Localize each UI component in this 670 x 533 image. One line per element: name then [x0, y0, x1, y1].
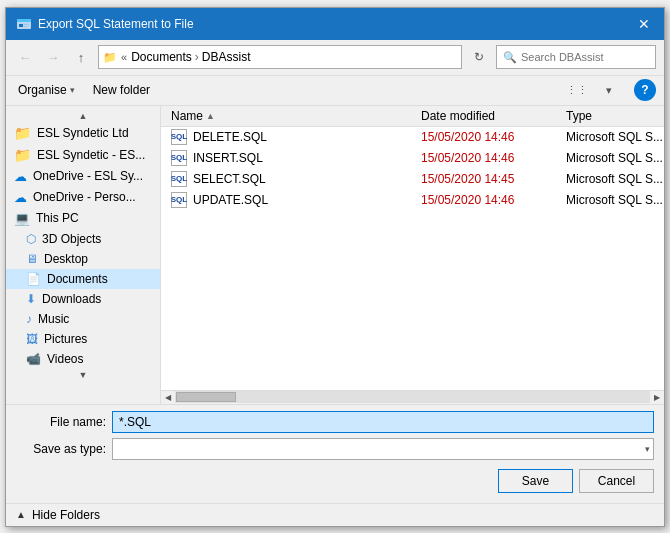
sidebar-item-esl-syndetic-es[interactable]: 📁 ESL Syndetic - ES...: [6, 144, 160, 166]
sidebar-item-onedrive-esl[interactable]: ☁ OneDrive - ESL Sy...: [6, 166, 160, 187]
videos-icon: 📹: [26, 352, 41, 366]
content-area: ▲ 📁 ESL Syndetic Ltd 📁 ESL Syndetic - ES…: [6, 106, 664, 404]
sidebar-label-documents: Documents: [47, 272, 108, 286]
help-button[interactable]: ?: [634, 79, 656, 101]
organise-label: Organise: [18, 83, 67, 97]
pictures-icon: 🖼: [26, 332, 38, 346]
svg-rect-2: [19, 24, 23, 27]
table-row[interactable]: SQL DELETE.SQL 15/05/2020 14:46 Microsof…: [161, 127, 664, 148]
search-input[interactable]: [521, 51, 649, 63]
address-folder-icon: 📁: [103, 51, 117, 64]
buttons-row: Save Cancel: [16, 465, 654, 497]
file-type-update: Microsoft SQL S...: [566, 193, 664, 207]
sidebar-scroll-down[interactable]: ▼: [6, 369, 160, 381]
svg-rect-1: [17, 19, 31, 22]
view-button[interactable]: ⋮⋮: [566, 79, 588, 101]
sql-file-icon: SQL: [171, 129, 187, 145]
sql-file-icon-2: SQL: [171, 150, 187, 166]
sidebar-label-3d-objects: 3D Objects: [42, 232, 101, 246]
title-bar: Export SQL Statement to File ✕: [6, 8, 664, 40]
file-date-insert: 15/05/2020 14:46: [421, 151, 566, 165]
file-list-header: Name ▲ Date modified Type: [161, 106, 664, 127]
export-dialog: Export SQL Statement to File ✕ ← → ↑ 📁 «…: [5, 7, 665, 527]
filename-input[interactable]: [112, 411, 654, 433]
sidebar-item-documents[interactable]: 📄 Documents: [6, 269, 160, 289]
refresh-button[interactable]: ↻: [468, 46, 490, 68]
view-dropdown-button[interactable]: ▾: [598, 79, 620, 101]
sidebar-item-esl-syndetic-ltd[interactable]: 📁 ESL Syndetic Ltd: [6, 122, 160, 144]
action-bar: Organise ▾ New folder ⋮⋮ ▾ ?: [6, 76, 664, 106]
desktop-icon: 🖥: [26, 252, 38, 266]
sidebar-label-esl-syndetic-ltd: ESL Syndetic Ltd: [37, 126, 129, 140]
col-header-date[interactable]: Date modified: [421, 109, 566, 123]
3d-objects-icon: ⬡: [26, 232, 36, 246]
file-name-update: SQL UPDATE.SQL: [161, 192, 421, 208]
sidebar: ▲ 📁 ESL Syndetic Ltd 📁 ESL Syndetic - ES…: [6, 106, 161, 404]
table-row[interactable]: SQL SELECT.SQL 15/05/2020 14:45 Microsof…: [161, 169, 664, 190]
file-date-delete: 15/05/2020 14:46: [421, 130, 566, 144]
sidebar-label-this-pc: This PC: [36, 211, 79, 225]
dialog-title: Export SQL Statement to File: [38, 17, 194, 31]
sidebar-label-videos: Videos: [47, 352, 83, 366]
filename-label: File name:: [16, 415, 106, 429]
onedrive-icon-2: ☁: [14, 190, 27, 205]
sidebar-item-pictures[interactable]: 🖼 Pictures: [6, 329, 160, 349]
file-list: SQL DELETE.SQL 15/05/2020 14:46 Microsof…: [161, 127, 664, 390]
sidebar-item-videos[interactable]: 📹 Videos: [6, 349, 160, 369]
sort-arrow: ▲: [206, 111, 215, 121]
svg-rect-4: [24, 26, 27, 27]
back-button[interactable]: ←: [14, 46, 36, 68]
sidebar-item-onedrive-perso[interactable]: ☁ OneDrive - Perso...: [6, 187, 160, 208]
address-part-2: DBAssist: [202, 50, 251, 64]
table-row[interactable]: SQL UPDATE.SQL 15/05/2020 14:46 Microsof…: [161, 190, 664, 211]
col-header-type[interactable]: Type: [566, 109, 664, 123]
address-bar[interactable]: 📁 « Documents › DBAssist: [98, 45, 462, 69]
filename-row: File name:: [16, 411, 654, 433]
up-button[interactable]: ↑: [70, 46, 92, 68]
sidebar-label-onedrive-esl: OneDrive - ESL Sy...: [33, 169, 143, 183]
new-folder-button[interactable]: New folder: [89, 81, 154, 99]
cancel-button[interactable]: Cancel: [579, 469, 654, 493]
sidebar-label-esl-syndetic-es: ESL Syndetic - ES...: [37, 148, 145, 162]
sidebar-item-desktop[interactable]: 🖥 Desktop: [6, 249, 160, 269]
sidebar-item-this-pc[interactable]: 💻 This PC: [6, 208, 160, 229]
scroll-left-arrow[interactable]: ◀: [161, 390, 175, 404]
this-pc-icon: 💻: [14, 211, 30, 226]
organise-button[interactable]: Organise ▾: [14, 81, 79, 99]
table-row[interactable]: SQL INSERT.SQL 15/05/2020 14:46 Microsof…: [161, 148, 664, 169]
col-header-name[interactable]: Name ▲: [161, 109, 421, 123]
scroll-h-thumb[interactable]: [176, 392, 236, 402]
file-type-delete: Microsoft SQL S...: [566, 130, 664, 144]
svg-rect-3: [24, 24, 29, 25]
search-bar[interactable]: 🔍: [496, 45, 656, 69]
saveas-select-wrap: ▾: [112, 438, 654, 460]
sidebar-label-pictures: Pictures: [44, 332, 87, 346]
sidebar-scroll-up[interactable]: ▲: [6, 110, 160, 122]
close-button[interactable]: ✕: [634, 14, 654, 34]
file-name-delete: SQL DELETE.SQL: [161, 129, 421, 145]
file-name-insert: SQL INSERT.SQL: [161, 150, 421, 166]
sql-file-icon-3: SQL: [171, 171, 187, 187]
hide-folders-bar[interactable]: ▲ Hide Folders: [6, 503, 664, 526]
sidebar-item-downloads[interactable]: ⬇ Downloads: [6, 289, 160, 309]
address-separator: ›: [195, 50, 199, 64]
yellow-folder-icon: 📁: [14, 125, 31, 141]
sidebar-item-music[interactable]: ♪ Music: [6, 309, 160, 329]
horizontal-scrollbar[interactable]: ◀ ▶: [161, 390, 664, 404]
yellow-folder-icon-2: 📁: [14, 147, 31, 163]
sidebar-item-3d-objects[interactable]: ⬡ 3D Objects: [6, 229, 160, 249]
file-date-update: 15/05/2020 14:46: [421, 193, 566, 207]
right-top: Name ▲ Date modified Type: [161, 106, 664, 404]
title-bar-left: Export SQL Statement to File: [16, 16, 194, 32]
onedrive-icon-1: ☁: [14, 169, 27, 184]
saveas-label: Save as type:: [16, 442, 106, 456]
saveas-select[interactable]: [112, 438, 654, 460]
nav-toolbar: ← → ↑ 📁 « Documents › DBAssist ↻ 🔍: [6, 40, 664, 76]
file-list-panel: Name ▲ Date modified Type: [161, 106, 664, 404]
search-icon: 🔍: [503, 51, 517, 64]
scroll-right-arrow[interactable]: ▶: [650, 390, 664, 404]
scroll-h-track[interactable]: [175, 391, 650, 403]
save-button[interactable]: Save: [498, 469, 573, 493]
organise-chevron: ▾: [70, 85, 75, 95]
forward-button[interactable]: →: [42, 46, 64, 68]
